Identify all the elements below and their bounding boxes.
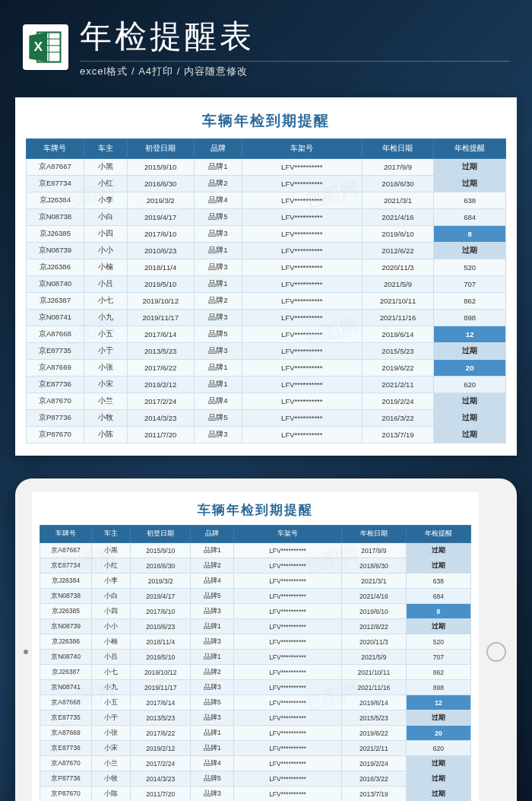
table-cell: 2021/11/16	[341, 680, 406, 695]
table-cell: 2010/6/23	[131, 619, 191, 634]
table-cell: 2013/7/19	[341, 787, 406, 802]
table-row: 京E87735小于2013/5/23品牌3LFV**********2015/5…	[27, 343, 506, 360]
table-cell: 品牌4	[191, 574, 234, 589]
table-cell: 小李	[92, 574, 131, 589]
table-cell: 品牌1	[191, 543, 234, 558]
tablet-home-button[interactable]	[486, 642, 506, 662]
table-cell: 品牌4	[194, 393, 242, 410]
table-cell: 京J26385	[27, 226, 84, 243]
table-row: 京A87670小兰2017/2/24品牌4LFV**********2019/2…	[27, 393, 506, 410]
table-cell: 品牌1	[191, 650, 234, 665]
table-cell: 京P87736	[40, 771, 92, 787]
table-cell: 2019/10/12	[131, 665, 191, 680]
table-cell: 2012/6/22	[341, 619, 406, 634]
table-cell: 2012/6/22	[362, 243, 434, 259]
table-cell: 2018/6/30	[341, 558, 406, 574]
table-row: 京A87669小张2017/6/22品牌1LFV**********2019/6…	[27, 360, 506, 377]
table-cell: 过期	[406, 756, 470, 771]
table-cell: 2017/9/9	[362, 159, 434, 176]
table-row: 京P87670小陈2011/7/20品牌3LFV**********2013/7…	[40, 787, 471, 802]
table-cell: 2011/7/20	[131, 787, 191, 802]
table-cell: 小宋	[84, 377, 127, 393]
table-cell: 京A87670	[27, 393, 84, 410]
table-cell: 20	[434, 360, 506, 377]
table-cell: 过期	[434, 393, 506, 410]
table-cell: 小五	[84, 326, 127, 343]
table-cell: 2013/7/19	[362, 427, 434, 443]
table-cell: 京A87667	[27, 159, 84, 176]
table-cell: 862	[406, 665, 470, 680]
table-cell: 过期	[406, 787, 470, 802]
inspection-table: 车牌号车主初登日期品牌车架号年检日期年检提醒 京A87667小黑2015/9/1…	[26, 138, 506, 443]
table-cell: 京J26384	[27, 192, 84, 209]
table-cell: 小兰	[84, 393, 127, 410]
table-cell: LFV**********	[242, 243, 362, 259]
page-header: X 年检提醒表 excel格式 / A4打印 / 内容随意修改	[0, 0, 532, 86]
table-cell: 京E87734	[27, 176, 84, 192]
table-cell: 520	[406, 634, 470, 650]
table-cell: 2021/2/11	[362, 377, 434, 393]
table-cell: 小小	[92, 619, 131, 634]
table-cell: 707	[434, 276, 506, 293]
table-cell: 862	[434, 293, 506, 310]
table-cell: 京N08739	[40, 619, 92, 634]
table-cell: 品牌3	[194, 427, 242, 443]
table-cell: 过期	[434, 427, 506, 443]
table-row: 京N08740小吕2019/5/10品牌1LFV**********2021/5…	[27, 276, 506, 293]
table-cell: 过期	[406, 771, 470, 787]
column-header: 品牌	[191, 526, 234, 543]
column-header: 年检提醒	[406, 526, 470, 543]
table-cell: 638	[406, 574, 470, 589]
table-cell: 京P87670	[27, 427, 84, 443]
table-cell: 品牌1	[191, 619, 234, 634]
table-cell: 品牌1	[194, 360, 242, 377]
table-cell: 2021/3/1	[341, 574, 406, 589]
table-cell: LFV**********	[234, 604, 342, 619]
table-cell: 品牌1	[191, 726, 234, 741]
table-cell: 品牌1	[194, 276, 242, 293]
table-cell: LFV**********	[234, 756, 342, 771]
table-row: 京J26387小七2019/10/12品牌2LFV**********2021/…	[27, 293, 506, 310]
table-cell: 小小	[84, 243, 127, 259]
table-cell: LFV**********	[242, 226, 362, 243]
table-row: 京N08738小白2019/4/17品牌5LFV**********2021/4…	[40, 589, 471, 604]
table-cell: 京A87669	[27, 360, 84, 377]
svg-text:X: X	[33, 39, 43, 54]
tablet-camera-icon	[24, 650, 28, 654]
table-cell: 品牌3	[194, 343, 242, 360]
table-cell: 过期	[406, 710, 470, 726]
table-cell: 品牌5	[194, 209, 242, 226]
sheet-title: 车辆年检到期提醒	[26, 106, 506, 138]
table-cell: 小楠	[92, 634, 131, 650]
table-cell: 2019/6/14	[362, 326, 434, 343]
table-cell: 2017/2/24	[127, 393, 194, 410]
table-cell: 2019/10/12	[127, 293, 194, 310]
table-row: 京P87736小牧2014/3/23品牌5LFV**********2016/3…	[27, 410, 506, 427]
table-cell: 2014/3/23	[127, 410, 194, 427]
table-cell: 小张	[84, 360, 127, 377]
table-cell: 小五	[92, 695, 131, 710]
table-cell: 小牧	[84, 410, 127, 427]
table-cell: 品牌5	[191, 695, 234, 710]
table-cell: 2021/4/16	[341, 589, 406, 604]
table-row: 京J26384小李2019/3/2品牌4LFV**********2021/3/…	[27, 192, 506, 209]
table-cell: 京A87670	[40, 756, 92, 771]
page-title: 年检提醒表	[80, 15, 509, 62]
table-cell: 小张	[92, 726, 131, 741]
table-cell: 小兰	[92, 756, 131, 771]
table-cell: 2021/3/1	[362, 192, 434, 209]
tablet-screen: 车辆年检到期提醒 车牌号车主初登日期品牌车架号年检日期年检提醒 京A87667小…	[32, 492, 479, 801]
table-cell: LFV**********	[242, 326, 362, 343]
table-cell: 过期	[434, 243, 506, 259]
table-cell: LFV**********	[234, 680, 342, 695]
table-cell: 小白	[92, 589, 131, 604]
table-cell: LFV**********	[234, 543, 342, 558]
table-cell: 8	[434, 226, 506, 243]
table-row: 京J26387小七2019/10/12品牌2LFV**********2021/…	[40, 665, 471, 680]
table-cell: LFV**********	[234, 589, 342, 604]
table-cell: 898	[406, 680, 470, 695]
table-cell: 京N08738	[27, 209, 84, 226]
table-cell: 京E87736	[27, 377, 84, 393]
column-header: 车牌号	[40, 526, 92, 543]
table-cell: 京A87669	[40, 726, 92, 741]
